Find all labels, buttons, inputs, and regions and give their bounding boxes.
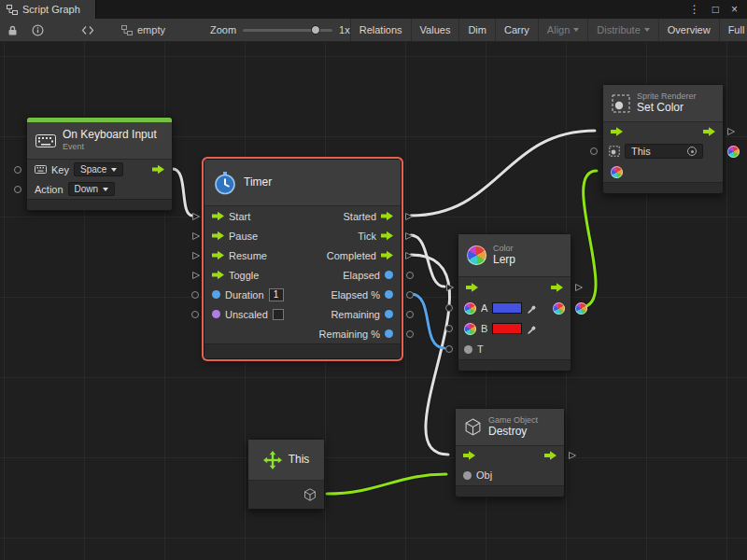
elapsed-out-port[interactable] <box>406 272 414 279</box>
window-menu-icon[interactable]: ⋮ <box>689 4 700 15</box>
full-screen-button[interactable]: Full Screen <box>719 19 747 41</box>
a-in-port[interactable] <box>445 304 453 312</box>
started-flow-out-port[interactable] <box>404 212 414 221</box>
elapsed-pct-out-port[interactable] <box>406 291 414 299</box>
node-set-color[interactable]: Sprite Renderer Set Color <box>602 84 724 194</box>
t-label: T <box>477 343 484 355</box>
graph-reference[interactable]: empty <box>121 24 165 35</box>
game-object-out-port[interactable] <box>303 488 317 501</box>
wire-this-to-destroy-obj <box>327 474 446 494</box>
zoom-slider[interactable] <box>243 29 332 32</box>
flow-in-arrow <box>611 127 623 137</box>
collapse-sidebars-icon[interactable] <box>75 19 101 41</box>
node-title: Destroy <box>488 426 538 439</box>
node-footer <box>458 359 571 371</box>
node-color-lerp[interactable]: Color Lerp A <box>458 233 571 371</box>
lerp-flow-out-port[interactable] <box>574 283 584 292</box>
carry-button[interactable]: Carry <box>495 19 538 41</box>
duration-value-dot <box>212 290 220 299</box>
start-flow-in-port[interactable] <box>191 212 201 221</box>
node-title: This <box>289 454 310 467</box>
node-footer <box>204 343 401 358</box>
lerp-flow-in-port[interactable] <box>445 283 455 292</box>
destroy-flow-out-port[interactable] <box>568 451 577 460</box>
color-type-icon <box>464 323 476 335</box>
resume-flow-in-port[interactable] <box>191 251 201 260</box>
color-wheel-icon <box>467 245 486 265</box>
unscaled-checkbox[interactable] <box>273 309 284 320</box>
toggle-flow-in-port[interactable] <box>191 271 201 280</box>
flow-out-arrow <box>551 283 563 293</box>
lock-icon[interactable] <box>0 19 25 41</box>
dim-button[interactable]: Dim <box>458 19 495 41</box>
values-button[interactable]: Values <box>411 19 459 41</box>
eyedropper-icon[interactable] <box>527 324 537 334</box>
zoom-label: Zoom <box>210 24 236 35</box>
renderer-out-port[interactable] <box>727 146 740 158</box>
chevron-down-icon <box>573 28 579 32</box>
key-dropdown[interactable]: Space <box>74 162 123 176</box>
duration-value-field[interactable]: 1 <box>269 288 284 301</box>
color-b-swatch[interactable] <box>492 323 522 334</box>
unscaled-in-port[interactable] <box>191 311 199 318</box>
b-label: B <box>481 323 487 334</box>
graph-canvas[interactable]: On Keyboard Input Event Key Space <box>0 42 747 560</box>
flow-out-arrow <box>381 211 393 221</box>
eyedropper-icon[interactable] <box>527 303 537 314</box>
unscaled-value-dot <box>212 310 220 318</box>
lerp-color-out-port[interactable] <box>575 302 587 315</box>
flow-out-arrow <box>544 451 557 461</box>
relations-button[interactable]: Relations <box>350 19 411 41</box>
setcolor-flow-out-port[interactable] <box>726 127 736 136</box>
t-in-port[interactable] <box>445 345 453 353</box>
chevron-down-icon <box>103 188 108 191</box>
object-picker-icon[interactable] <box>687 147 697 156</box>
node-category: Event <box>63 142 157 152</box>
color-in-port[interactable] <box>611 166 623 178</box>
action-dropdown[interactable]: Down <box>68 182 116 196</box>
elapsed-value-dot <box>385 271 393 279</box>
distribute-button[interactable]: Distribute <box>587 19 657 41</box>
action-row: Action Down <box>27 179 172 199</box>
node-destroy[interactable]: Game Object Destroy Obj <box>455 408 565 497</box>
zoom-value: 1x <box>339 24 350 35</box>
info-icon[interactable] <box>25 19 50 41</box>
overview-button[interactable]: Overview <box>658 19 719 41</box>
wire-completed-to-destroy <box>411 255 450 455</box>
tab-script-graph[interactable]: Script Graph <box>0 0 96 19</box>
duration-in-port[interactable] <box>191 291 199 299</box>
port-label: Started <box>344 211 376 222</box>
node-footer <box>456 485 564 497</box>
node-this[interactable]: This <box>247 439 325 510</box>
graph-toolbar: empty Zoom 1x Relations Values Dim Carry… <box>0 19 747 42</box>
window-close-icon[interactable]: × <box>731 4 738 15</box>
node-timer[interactable]: Timer Start Started Pause <box>204 159 402 359</box>
key-row: Key Space <box>27 160 172 179</box>
keyboard-icon <box>35 134 56 147</box>
remaining-pct-out-port[interactable] <box>406 330 414 338</box>
tick-flow-out-port[interactable] <box>404 231 414 241</box>
wire-elapsed-pct-to-t <box>411 294 444 348</box>
action-value-port[interactable] <box>14 186 21 193</box>
key-value-port[interactable] <box>14 166 21 174</box>
flow-out-arrow <box>703 127 715 137</box>
b-in-port[interactable] <box>445 325 453 332</box>
target-field[interactable]: This <box>625 144 703 159</box>
chevron-down-icon <box>644 28 650 32</box>
node-on-keyboard-input[interactable]: On Keyboard Input Event Key Space <box>26 117 173 211</box>
trigger-flow-out-port[interactable] <box>152 164 164 175</box>
obj-value-dot <box>463 471 472 480</box>
align-button[interactable]: Align <box>538 19 587 41</box>
key-label: Key <box>51 164 69 175</box>
completed-flow-out-port[interactable] <box>404 251 414 260</box>
script-graph-icon <box>7 5 18 15</box>
chevron-down-icon <box>111 168 117 172</box>
sprite-mini-icon <box>609 146 620 157</box>
color-a-swatch[interactable] <box>492 302 522 314</box>
pause-flow-in-port[interactable] <box>191 231 201 241</box>
script-graph-window: Script Graph ⋮ □ × <box>0 0 747 560</box>
remaining-out-port[interactable] <box>406 311 414 318</box>
target-in-port[interactable] <box>590 147 598 155</box>
zoom-slider-handle[interactable] <box>311 25 320 35</box>
window-maximize-icon[interactable]: □ <box>712 4 719 15</box>
